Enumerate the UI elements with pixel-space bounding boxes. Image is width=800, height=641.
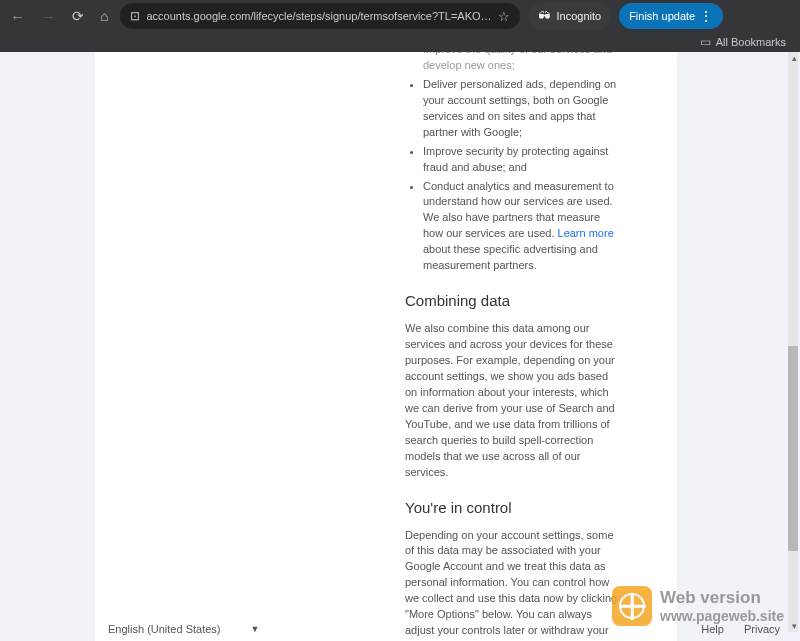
watermark-title: Web version [660, 588, 784, 608]
learn-more-link[interactable]: Learn more [558, 227, 614, 239]
paragraph-combining: We also combine this data among our serv… [405, 321, 621, 480]
terms-list: Improve the quality of our services and … [405, 52, 621, 274]
forward-button[interactable]: → [37, 8, 60, 25]
all-bookmarks-link[interactable]: All Bookmarks [716, 36, 786, 48]
terms-bullet: Deliver personalized ads, depending on y… [423, 77, 621, 141]
watermark: Web version www.pageweb.site [612, 586, 784, 626]
terms-bullet: Improve security by protecting against f… [423, 144, 621, 176]
folder-icon: ▭ [700, 35, 711, 49]
scrollbar-track[interactable]: ▴ ▾ [788, 52, 798, 632]
terms-bullet: Improve the quality of our services and … [423, 52, 621, 74]
globe-icon [612, 586, 652, 626]
incognito-indicator[interactable]: 🕶 Incognito [528, 3, 611, 29]
back-button[interactable]: ← [6, 8, 29, 25]
page-content: Improve the quality of our services and … [0, 52, 800, 641]
language-selector[interactable]: English (United States) ▼ [108, 623, 259, 635]
incognito-label: Incognito [556, 10, 601, 22]
menu-dots-icon: ⋮ [699, 8, 713, 24]
watermark-url: www.pageweb.site [660, 608, 784, 624]
site-info-icon[interactable]: ⊡ [130, 9, 140, 23]
url-text: accounts.google.com/lifecycle/steps/sign… [146, 10, 492, 22]
incognito-icon: 🕶 [538, 9, 550, 23]
scrollbar-thumb[interactable] [788, 346, 798, 551]
scroll-down-arrow[interactable]: ▾ [792, 621, 797, 631]
finish-update-button[interactable]: Finish update ⋮ [619, 3, 723, 29]
home-button[interactable]: ⌂ [96, 8, 112, 24]
browser-chrome: ← → ⟳ ⌂ ⊡ accounts.google.com/lifecycle/… [0, 0, 800, 52]
reload-button[interactable]: ⟳ [68, 8, 88, 24]
terms-bullet: Conduct analytics and measurement to und… [423, 179, 621, 275]
terms-content: Improve the quality of our services and … [373, 52, 653, 641]
bookmarks-bar: ▭ All Bookmarks [0, 32, 800, 52]
signup-card: Improve the quality of our services and … [95, 52, 677, 641]
dropdown-arrow-icon: ▼ [251, 624, 260, 634]
browser-toolbar: ← → ⟳ ⌂ ⊡ accounts.google.com/lifecycle/… [0, 0, 800, 32]
address-bar[interactable]: ⊡ accounts.google.com/lifecycle/steps/si… [120, 3, 520, 29]
scroll-up-arrow[interactable]: ▴ [792, 53, 797, 63]
heading-combining: Combining data [405, 292, 621, 309]
heading-control: You're in control [405, 499, 621, 516]
bookmark-star-icon[interactable]: ☆ [498, 9, 510, 24]
